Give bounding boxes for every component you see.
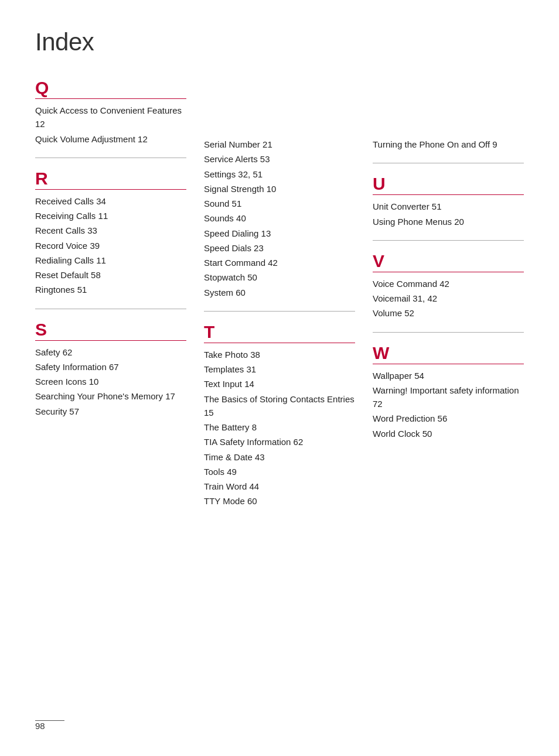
entry-sc-1: Serial Number 21 [204, 138, 355, 151]
column-1: Q Quick Access to Convenient Features 12… [35, 78, 204, 430]
entry-q-1: Quick Access to Convenient Features 12 [35, 104, 186, 131]
page-number: 98 [35, 720, 45, 733]
entry-u-2: Using Phone Menus 20 [373, 215, 524, 228]
entry-t-8: Tools 49 [204, 465, 355, 478]
section-t-cont: Turning the Phone On and Off 9 [373, 138, 524, 151]
entry-s-4: Searching Your Phone's Memory 17 [35, 389, 186, 403]
entry-t-4: The Basics of Storing Contacts Entries 1… [204, 392, 355, 420]
page-title: Index [35, 23, 524, 60]
letter-v: V [373, 251, 524, 271]
section-w: W Wallpaper 54 Warning! Important safety… [373, 343, 524, 440]
entry-t-2: Templates 31 [204, 362, 355, 376]
entry-v-3: Volume 52 [373, 306, 524, 320]
entry-t-1: Take Photo 38 [204, 348, 355, 361]
letter-u: U [373, 174, 524, 193]
section-u: U Unit Converter 51 Using Phone Menus 20 [373, 174, 524, 228]
column-2: Serial Number 21 Service Alerts 53 Setti… [204, 78, 373, 520]
entry-r-3: Recent Calls 33 [35, 224, 186, 237]
entry-tc-1: Turning the Phone On and Off 9 [373, 138, 524, 151]
entry-r-6: Reset Default 58 [35, 268, 186, 282]
letter-q: Q [35, 78, 186, 97]
entry-sc-5: Sound 51 [204, 197, 355, 210]
section-q: Q Quick Access to Convenient Features 12… [35, 78, 186, 146]
entry-s-2: Safety Information 67 [35, 360, 186, 374]
column-3: Turning the Phone On and Off 9 U Unit Co… [373, 78, 524, 452]
entry-sc-3: Settings 32, 51 [204, 167, 355, 181]
entry-w-1: Wallpaper 54 [373, 369, 524, 382]
entry-r-2: Receiving Calls 11 [35, 209, 186, 223]
letter-s: S [35, 320, 186, 339]
entry-s-1: Safety 62 [35, 345, 186, 359]
entry-sc-11: System 60 [204, 286, 355, 299]
entry-t-10: TTY Mode 60 [204, 494, 355, 508]
section-s: S Safety 62 Safety Information 67 Screen… [35, 320, 186, 418]
section-r: R Received Calls 34 Receiving Calls 11 R… [35, 169, 186, 297]
entry-u-1: Unit Converter 51 [373, 200, 524, 213]
entry-t-5: The Battery 8 [204, 420, 355, 434]
entry-t-6: TIA Safety Information 62 [204, 435, 355, 449]
entry-sc-9: Start Command 42 [204, 256, 355, 269]
entry-r-4: Record Voice 39 [35, 239, 186, 252]
section-v: V Voice Command 42 Voicemail 31, 42 Volu… [373, 251, 524, 320]
entry-t-3: Text Input 14 [204, 377, 355, 391]
entry-q-2: Quick Volume Adjustment 12 [35, 132, 186, 146]
entry-w-2: Warning! Important safety information 72 [373, 384, 524, 411]
section-s-cont: Serial Number 21 Service Alerts 53 Setti… [204, 138, 355, 299]
entry-w-3: Word Prediction 56 [373, 412, 524, 425]
entry-r-7: Ringtones 51 [35, 283, 186, 296]
letter-w: W [373, 343, 524, 362]
entry-t-9: Train Word 44 [204, 480, 355, 493]
entry-sc-6: Sounds 40 [204, 211, 355, 225]
letter-t: T [204, 322, 355, 341]
entry-sc-8: Speed Dials 23 [204, 241, 355, 255]
entry-r-5: Redialing Calls 11 [35, 254, 186, 267]
entry-sc-4: Signal Strength 10 [204, 182, 355, 196]
letter-r: R [35, 169, 186, 188]
entry-r-1: Received Calls 34 [35, 194, 186, 208]
entry-v-1: Voice Command 42 [373, 277, 524, 290]
entry-sc-7: Speed Dialing 13 [204, 227, 355, 240]
entry-v-2: Voicemail 31, 42 [373, 292, 524, 305]
entry-sc-2: Service Alerts 53 [204, 152, 355, 166]
entry-s-3: Screen Icons 10 [35, 375, 186, 388]
entry-sc-10: Stopwatch 50 [204, 271, 355, 284]
section-t: T Take Photo 38 Templates 31 Text Input … [204, 322, 355, 508]
entry-t-7: Time & Date 43 [204, 450, 355, 464]
entry-s-5: Security 57 [35, 405, 186, 418]
entry-w-4: World Clock 50 [373, 427, 524, 440]
index-layout: Q Quick Access to Convenient Features 12… [35, 78, 524, 520]
